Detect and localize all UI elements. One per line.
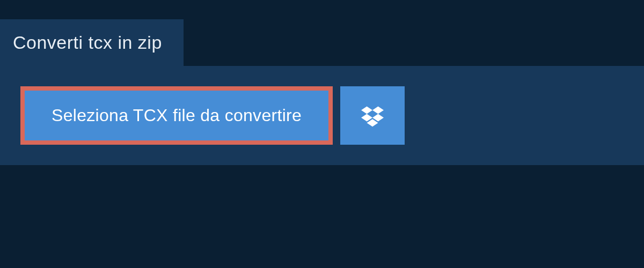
upload-panel: Seleziona TCX file da convertire (0, 66, 644, 165)
page-tab: Converti tcx in zip (0, 19, 184, 66)
page-tab-label: Converti tcx in zip (13, 32, 162, 53)
button-row: Seleziona TCX file da convertire (20, 86, 624, 145)
dropbox-icon (361, 105, 384, 127)
dropbox-button[interactable] (340, 86, 405, 145)
select-file-button[interactable]: Seleziona TCX file da convertire (20, 86, 333, 145)
select-file-button-label: Seleziona TCX file da convertire (52, 106, 302, 125)
